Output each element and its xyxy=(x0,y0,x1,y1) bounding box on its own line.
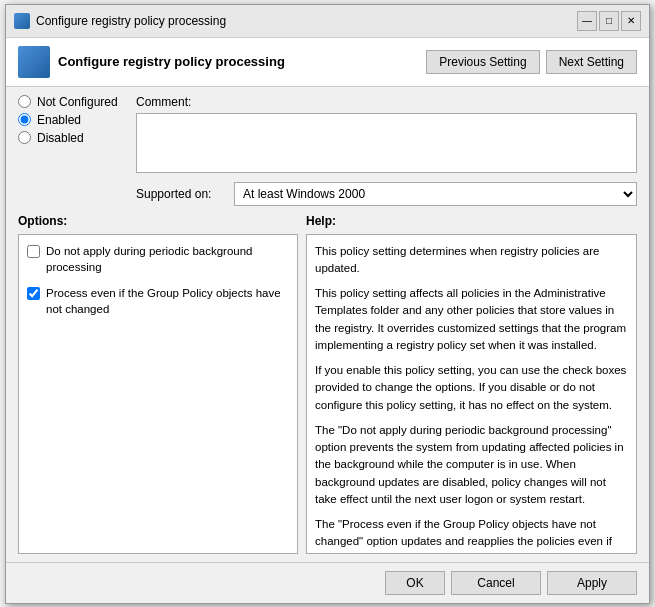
header-title-area: Configure registry policy processing xyxy=(18,46,285,78)
title-bar-left: Configure registry policy processing xyxy=(14,13,226,29)
option-row-1: Process even if the Group Policy objects… xyxy=(27,285,289,317)
title-bar-controls: — □ ✕ xyxy=(577,11,641,31)
comment-label: Comment: xyxy=(136,95,637,109)
dialog-body: Not Configured Enabled Disabled Comment: xyxy=(6,87,649,562)
comment-area: Comment: Supported on: At least Windows … xyxy=(136,95,637,206)
dialog-header: Configure registry policy processing Pre… xyxy=(6,38,649,87)
not-configured-radio[interactable] xyxy=(18,95,31,108)
radio-column: Not Configured Enabled Disabled xyxy=(18,95,128,206)
ok-button[interactable]: OK xyxy=(385,571,445,595)
help-para-1: This policy setting affects all policies… xyxy=(315,285,628,354)
options-help-row: Options: Do not apply during periodic ba… xyxy=(18,214,637,554)
previous-setting-button[interactable]: Previous Setting xyxy=(426,50,539,74)
header-title: Configure registry policy processing xyxy=(58,54,285,69)
enabled-radio[interactable] xyxy=(18,113,31,126)
not-configured-row: Not Configured xyxy=(18,95,128,109)
help-title: Help: xyxy=(306,214,637,228)
bottom-buttons: OK Cancel Apply xyxy=(6,562,649,603)
enabled-row: Enabled xyxy=(18,113,128,127)
minimize-button[interactable]: — xyxy=(577,11,597,31)
supported-label: Supported on: xyxy=(136,187,226,201)
main-dialog: Configure registry policy processing — □… xyxy=(5,4,650,604)
help-para-4: The "Process even if the Group Policy ob… xyxy=(315,516,628,554)
apply-button[interactable]: Apply xyxy=(547,571,637,595)
title-bar: Configure registry policy processing — □… xyxy=(6,5,649,38)
help-para-0: This policy setting determines when regi… xyxy=(315,243,628,278)
options-title: Options: xyxy=(18,214,298,228)
header-icon xyxy=(18,46,50,78)
supported-row: Supported on: At least Windows 2000 xyxy=(136,182,637,206)
maximize-button[interactable]: □ xyxy=(599,11,619,31)
disabled-label[interactable]: Disabled xyxy=(37,131,84,145)
top-section: Not Configured Enabled Disabled Comment: xyxy=(18,95,637,206)
help-para-2: If you enable this policy setting, you c… xyxy=(315,362,628,414)
option-checkbox-0[interactable] xyxy=(27,245,40,258)
supported-select[interactable]: At least Windows 2000 xyxy=(234,182,637,206)
title-text: Configure registry policy processing xyxy=(36,14,226,28)
radio-section: Not Configured Enabled Disabled xyxy=(18,95,128,145)
enabled-label[interactable]: Enabled xyxy=(37,113,81,127)
disabled-row: Disabled xyxy=(18,131,128,145)
comment-textarea[interactable] xyxy=(136,113,637,173)
cancel-button[interactable]: Cancel xyxy=(451,571,541,595)
help-section: Help: This policy setting determines whe… xyxy=(306,214,637,554)
options-box: Do not apply during periodic background … xyxy=(18,234,298,554)
help-para-3: The "Do not apply during periodic backgr… xyxy=(315,422,628,508)
dialog-icon xyxy=(14,13,30,29)
not-configured-label[interactable]: Not Configured xyxy=(37,95,118,109)
header-buttons: Previous Setting Next Setting xyxy=(426,50,637,74)
next-setting-button[interactable]: Next Setting xyxy=(546,50,637,74)
option-row-0: Do not apply during periodic background … xyxy=(27,243,289,275)
option-checkbox-1[interactable] xyxy=(27,287,40,300)
options-section: Options: Do not apply during periodic ba… xyxy=(18,214,298,554)
disabled-radio[interactable] xyxy=(18,131,31,144)
option-label-1[interactable]: Process even if the Group Policy objects… xyxy=(46,285,289,317)
option-label-0[interactable]: Do not apply during periodic background … xyxy=(46,243,289,275)
close-button[interactable]: ✕ xyxy=(621,11,641,31)
help-box: This policy setting determines when regi… xyxy=(306,234,637,554)
